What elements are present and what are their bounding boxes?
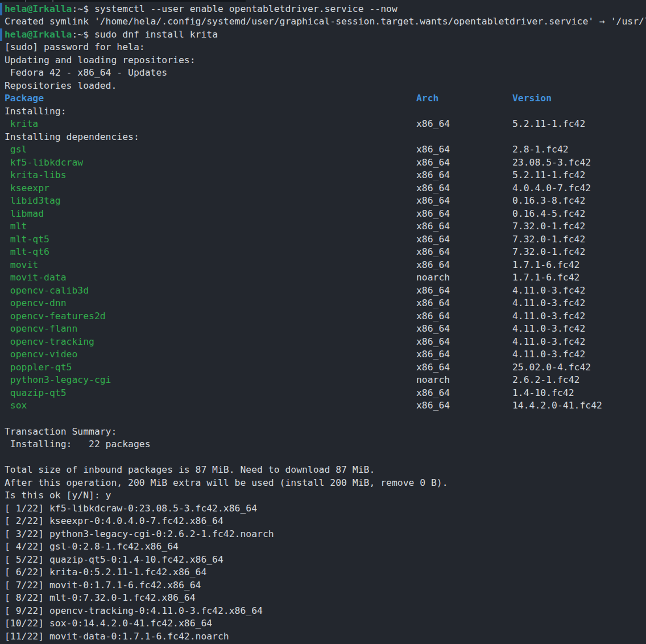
column-header-version: Version xyxy=(512,92,552,105)
output-text: [ 4/22] gsl-0:2.8-1.fc42.x86_64 xyxy=(5,541,179,552)
package-name: gsl xyxy=(5,144,27,155)
column-header-arch: Arch xyxy=(416,92,438,105)
terminal-line: libid3tagx86_640.16.3-8.fc42 xyxy=(0,195,646,208)
package-arch: x86_64 xyxy=(416,336,450,349)
package-name: libmad xyxy=(5,208,44,219)
package-version: 7.32.0-1.fc42 xyxy=(512,220,585,233)
package-name: mlt xyxy=(5,221,27,232)
package-name: libid3tag xyxy=(5,195,61,206)
terminal-line: Installing: 22 packages xyxy=(0,438,646,451)
terminal-line: Fedora 42 - x86_64 - Updates xyxy=(0,67,646,80)
package-name: mlt-qt6 xyxy=(5,246,49,257)
terminal-line: hela@Irkalla:~$ systemctl --user enable … xyxy=(0,3,646,16)
package-name: quazip-qt5 xyxy=(5,387,67,398)
terminal-line: opencv-dnnx86_644.11.0-3.fc42 xyxy=(0,297,646,310)
package-version: 4.11.0-3.fc42 xyxy=(512,348,585,361)
command-text: sudo dnf install krita xyxy=(94,29,218,40)
terminal-line: Updating and loading repositories: xyxy=(0,54,646,67)
terminal-line: kseexprx86_644.0.4.0-7.fc42 xyxy=(0,182,646,195)
terminal-line: python3-legacy-cginoarch2.6.2-1.fc42 xyxy=(0,374,646,387)
prompt-marker xyxy=(0,28,2,41)
package-name: opencv-features2d xyxy=(5,311,106,321)
package-name: krita xyxy=(5,118,38,129)
output-text: [ 8/22] mlt-0:7.32.0-1.fc42.x86_64 xyxy=(5,592,196,603)
terminal-line: opencv-videox86_644.11.0-3.fc42 xyxy=(0,348,646,361)
terminal-line: [sudo] password for hela: xyxy=(0,41,646,54)
output-text: Installing: 22 packages xyxy=(5,439,151,449)
terminal-line: [ 5/22] quazip-qt5-0:1.4-10.fc42.x86_64 xyxy=(0,554,646,567)
output-text: Transaction Summary: xyxy=(5,426,117,437)
package-version: 0.16.3-8.fc42 xyxy=(512,195,585,208)
package-version: 14.4.2.0-41.fc42 xyxy=(512,399,602,412)
terminal-line: movitx86_641.7.1-6.fc42 xyxy=(0,259,646,272)
package-name: opencv-video xyxy=(5,349,77,360)
terminal-line: [ 8/22] mlt-0:7.32.0-1.fc42.x86_64 xyxy=(0,592,646,605)
terminal-line: mlt-qt6x86_647.32.0-1.fc42 xyxy=(0,246,646,259)
output-text: [10/22] sox-0:14.4.2.0-41.fc42.x86_64 xyxy=(5,618,212,629)
terminal-line: kritax86_645.2.11-1.fc42 xyxy=(0,118,646,131)
output-text: Updating and loading repositories: xyxy=(5,55,196,65)
terminal-line: kf5-libkdcrawx86_6423.08.5-3.fc42 xyxy=(0,156,646,170)
terminal-line: After this operation, 200 MiB extra will… xyxy=(0,477,646,490)
package-version: 2.8-1.fc42 xyxy=(512,143,569,156)
package-name: opencv-tracking xyxy=(5,336,94,347)
package-arch: x86_64 xyxy=(416,399,450,412)
package-arch: x86_64 xyxy=(416,348,450,361)
package-arch: x86_64 xyxy=(416,361,450,374)
package-name: sox xyxy=(5,400,27,411)
terminal-line: [ 9/22] opencv-tracking-0:4.11.0-3.fc42.… xyxy=(0,605,646,618)
tab-bar-edge xyxy=(0,0,246,2)
terminal-line: opencv-calib3dx86_644.11.0-3.fc42 xyxy=(0,284,646,298)
terminal-line: Is this ok [y/N]: y xyxy=(0,489,646,502)
terminal-line: gslx86_642.8-1.fc42 xyxy=(0,143,646,156)
terminal-line: Repositories loaded. xyxy=(0,80,646,93)
package-version: 25.02.0-4.fc42 xyxy=(512,361,591,374)
terminal-output: hela@Irkalla:~$ systemctl --user enable … xyxy=(0,3,646,643)
package-name: opencv-flann xyxy=(5,323,77,334)
package-arch: x86_64 xyxy=(416,233,450,246)
prompt-marker xyxy=(0,3,2,15)
package-arch: x86_64 xyxy=(416,310,450,323)
package-version: 4.11.0-3.fc42 xyxy=(512,284,585,298)
terminal-line: poppler-qt5x86_6425.02.0-4.fc42 xyxy=(0,361,646,374)
package-name: kseexpr xyxy=(5,183,49,193)
output-text: Created symlink '/home/hela/.config/syst… xyxy=(5,16,646,27)
package-arch: x86_64 xyxy=(416,156,450,170)
output-text: [ 7/22] movit-0:1.7.1-6.fc42.x86_64 xyxy=(5,580,201,591)
terminal-line: PackageArchVersion xyxy=(0,92,646,105)
package-name: kf5-libkdcraw xyxy=(5,157,83,168)
package-arch: x86_64 xyxy=(416,208,450,221)
terminal-line: mltx86_647.32.0-1.fc42 xyxy=(0,220,646,233)
output-text: Total size of inbound packages is 87 MiB… xyxy=(5,464,375,475)
output-text: Fedora 42 - x86_64 - Updates xyxy=(5,67,167,78)
package-arch: x86_64 xyxy=(416,387,450,400)
package-arch: x86_64 xyxy=(416,284,450,298)
package-name: opencv-dnn xyxy=(5,298,67,308)
package-arch: x86_64 xyxy=(416,195,450,208)
package-name: mlt-qt5 xyxy=(5,234,49,245)
prompt-path: ~ xyxy=(77,29,83,40)
terminal-line xyxy=(0,451,646,464)
output-text: Repositories loaded. xyxy=(5,80,117,91)
package-arch: noarch xyxy=(416,374,450,387)
terminal-line: [ 3/22] python3-legacy-cgi-0:2.6.2-1.fc4… xyxy=(0,528,646,541)
prompt-user-host: hela@Irkalla xyxy=(5,29,72,40)
terminal-window[interactable]: hela@Irkalla:~$ systemctl --user enable … xyxy=(0,0,646,644)
column-header-package: Package xyxy=(5,93,44,104)
terminal-line: Installing dependencies: xyxy=(0,131,646,144)
package-name: movit xyxy=(5,259,38,270)
prompt-symbol: $ xyxy=(83,3,94,14)
terminal-line: opencv-features2dx86_644.11.0-3.fc42 xyxy=(0,310,646,323)
package-arch: x86_64 xyxy=(416,323,450,336)
terminal-line: opencv-trackingx86_644.11.0-3.fc42 xyxy=(0,336,646,349)
terminal-line: [ 4/22] gsl-0:2.8-1.fc42.x86_64 xyxy=(0,540,646,554)
prompt-separator: : xyxy=(72,29,77,40)
package-version: 5.2.11-1.fc42 xyxy=(512,169,585,182)
terminal-line: hela@Irkalla:~$ sudo dnf install krita xyxy=(0,28,646,42)
output-text: [ 9/22] opencv-tracking-0:4.11.0-3.fc42.… xyxy=(5,605,263,616)
terminal-line: soxx86_6414.4.2.0-41.fc42 xyxy=(0,399,646,412)
package-version: 4.0.4.0-7.fc42 xyxy=(512,182,591,195)
output-text: After this operation, 200 MiB extra will… xyxy=(5,477,448,488)
output-text: [sudo] password for hela: xyxy=(5,42,145,52)
terminal-line: libmadx86_640.16.4-5.fc42 xyxy=(0,208,646,221)
